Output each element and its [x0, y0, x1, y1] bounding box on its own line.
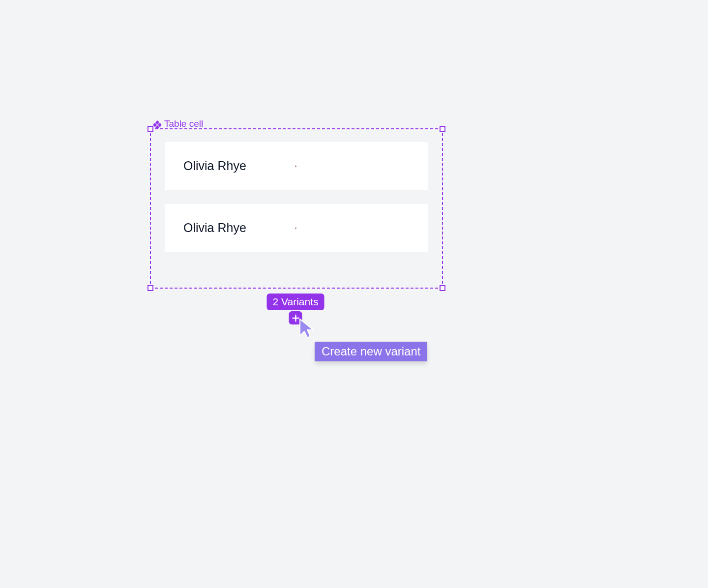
resize-handle-bottom-left[interactable]	[148, 285, 153, 291]
component-frame[interactable]: Olivia Rhye Olivia Rhye	[150, 128, 443, 289]
component-label-row[interactable]: Table cell	[151, 118, 203, 129]
resize-handle-top-left[interactable]	[148, 126, 153, 132]
canvas[interactable]: Table cell Olivia Rhye Olivia Rhye 2 Var…	[0, 0, 708, 588]
variant-cell[interactable]: Olivia Rhye	[165, 142, 428, 190]
create-variant-tooltip: Create new variant	[315, 342, 427, 361]
variant-text: Olivia Rhye	[183, 221, 246, 235]
cursor-icon	[298, 318, 315, 340]
text-cursor-dot	[295, 165, 296, 167]
resize-handle-bottom-right[interactable]	[440, 285, 445, 291]
variant-cell[interactable]: Olivia Rhye	[165, 204, 428, 252]
text-cursor-dot	[295, 227, 296, 229]
resize-handle-top-right[interactable]	[440, 126, 445, 132]
component-label-text: Table cell	[164, 118, 203, 129]
variants-count-label: 2 Variants	[273, 296, 319, 307]
variant-text: Olivia Rhye	[183, 159, 246, 173]
variants-count-badge[interactable]: 2 Variants	[267, 294, 324, 310]
tooltip-label: Create new variant	[322, 345, 420, 358]
